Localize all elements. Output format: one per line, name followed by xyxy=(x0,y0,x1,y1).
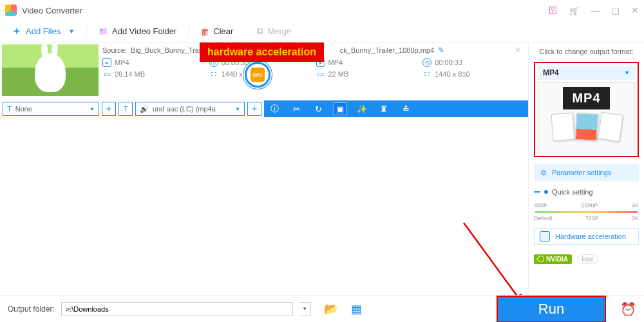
titlebar: Video Converter — ▢ ✕ xyxy=(0,0,644,21)
parameter-settings-label: Parameter settings xyxy=(552,169,611,176)
svg-line-0 xyxy=(464,223,525,295)
chevron-down-icon: ▼ xyxy=(90,106,95,112)
format-name: MP4 xyxy=(543,68,559,77)
effects-button[interactable]: ✨ xyxy=(355,102,368,115)
maximize-button[interactable]: ▢ xyxy=(611,5,620,15)
chip-icon xyxy=(540,231,550,242)
clear-button[interactable]: 🗑 Clear xyxy=(194,24,240,39)
out-resolution: 1440 x 810 xyxy=(435,70,469,78)
minimize-button[interactable]: — xyxy=(591,5,600,15)
in-size: 26.14 MB xyxy=(115,70,145,78)
resolution-icon xyxy=(422,70,431,79)
subtitle-value: None xyxy=(15,105,32,113)
output-format-box[interactable]: MP4 ▼ MP4 xyxy=(534,62,639,157)
add-subtitle-button[interactable]: ＋ xyxy=(102,102,116,116)
main-toolbar: ＋ Add Files ▼ Add Video Folder 🗑 Clear ⧉… xyxy=(0,21,644,43)
resolution-icon xyxy=(209,70,218,79)
clock-icon: ◷ xyxy=(422,58,431,67)
add-files-label: Add Files xyxy=(26,26,61,36)
source-label: Source: xyxy=(102,46,127,54)
clear-label: Clear xyxy=(213,26,233,36)
tick-label: 1080P xyxy=(581,202,598,209)
watermark-button[interactable]: ♜ xyxy=(377,102,390,115)
gpu-accel-toggle[interactable]: GPU xyxy=(245,62,270,88)
rotate-button[interactable]: ↻ xyxy=(312,102,325,115)
chevron-down-icon: ▼ xyxy=(624,70,630,76)
filesize-icon xyxy=(316,70,325,79)
tick-label: 4K xyxy=(632,202,639,209)
format-hint: Click to change output format: xyxy=(534,48,639,55)
tick-label: 2K xyxy=(632,215,639,222)
format-preview: MP4 xyxy=(538,82,635,153)
edit-filename-icon[interactable]: ✎ xyxy=(438,46,444,55)
trash-icon: 🗑 xyxy=(200,26,209,37)
out-size: 22 MB xyxy=(328,70,349,78)
close-button[interactable]: ✕ xyxy=(631,5,639,15)
in-format: MP4 xyxy=(115,59,129,66)
merge-icon: ⧉ xyxy=(257,26,263,37)
info-button[interactable]: ⓘ xyxy=(268,102,281,115)
app-logo-icon xyxy=(5,5,17,16)
open-folder-icon[interactable]: 📂 xyxy=(324,302,338,316)
gpu-chip-icon: GPU xyxy=(251,68,265,82)
run-button[interactable]: Run xyxy=(497,296,606,323)
snapshot-folder-icon[interactable]: ▦ xyxy=(351,302,362,316)
intel-badge: Intel xyxy=(577,254,598,264)
add-folder-label: Add Video Folder xyxy=(112,26,176,36)
schedule-icon[interactable]: ⏰ xyxy=(620,301,636,317)
add-files-button[interactable]: ＋ Add Files ▼ xyxy=(5,22,81,41)
merge-button[interactable]: ⧉ Merge xyxy=(251,23,298,39)
crop-button[interactable]: ▣ xyxy=(334,102,346,115)
out-duration: 00:00:33 xyxy=(435,59,462,66)
add-audio-button[interactable]: ＋ xyxy=(247,102,261,116)
format-select[interactable]: MP4 ▼ xyxy=(538,66,635,80)
adjust-button[interactable]: ≛ xyxy=(399,102,412,115)
format-icon: ▸ xyxy=(102,58,111,67)
output-folder-input[interactable] xyxy=(61,302,293,316)
hardware-acceleration-button[interactable]: Hardware acceleration xyxy=(534,228,639,245)
nvidia-badge: NVIDIA xyxy=(534,254,572,264)
text-icon: T xyxy=(7,105,12,113)
quality-slider[interactable]: 480P 1080P 4K Default 720P 2K xyxy=(534,202,639,222)
output-folder-label: Output folder: xyxy=(8,305,55,314)
chevron-down-icon[interactable]: ▼ xyxy=(68,28,75,35)
video-thumbnail[interactable] xyxy=(2,44,99,96)
vendor-row: NVIDIA Intel xyxy=(534,251,639,267)
license-key-icon[interactable] xyxy=(549,5,558,15)
quick-setting-label: Quick setting xyxy=(552,188,593,196)
quick-setting-header: Quick setting xyxy=(534,188,639,196)
chevron-down-icon: ▼ xyxy=(235,106,240,112)
footer: Output folder: ▼ 📂 ▦ Run ⏰ xyxy=(0,295,644,322)
output-folder-dropdown[interactable]: ▼ xyxy=(299,302,311,316)
sliders-icon xyxy=(540,169,547,177)
cart-icon[interactable] xyxy=(569,5,579,15)
tick-label: Default xyxy=(534,215,553,222)
annotation-callout: hardware acceleration xyxy=(200,43,324,62)
tick-label: 720P xyxy=(585,215,599,222)
merge-label: Merge xyxy=(267,26,291,36)
film-label: MP4 xyxy=(563,87,609,109)
speaker-icon: 🔊 xyxy=(140,105,149,113)
parameter-settings-button[interactable]: Parameter settings xyxy=(534,164,639,182)
trim-button[interactable]: ✂ xyxy=(290,102,303,115)
folder-plus-icon xyxy=(99,26,108,36)
source-filename-right: ck_Bunny_Trailer_1080p.mp4 xyxy=(340,46,434,54)
add-folder-button[interactable]: Add Video Folder xyxy=(92,24,183,39)
edit-action-bar: T None ▼ ＋ T 🔊 und aac (LC) (mp4a ▼ ＋ ⓘ xyxy=(0,100,528,117)
audio-track-value: und aac (LC) (mp4a xyxy=(153,105,216,113)
side-panel: Click to change output format: MP4 ▼ MP4… xyxy=(528,43,644,295)
tick-label: 480P xyxy=(534,202,547,209)
hw-accel-label: Hardware acceleration xyxy=(555,232,626,240)
file-row[interactable]: Source: Big_Buck_Bunny_Trailer_1 ck_Bunn… xyxy=(0,43,528,100)
audio-track-select[interactable]: 🔊 und aac (LC) (mp4a ▼ xyxy=(135,102,245,116)
remove-file-icon[interactable]: × xyxy=(511,45,524,55)
app-title: Video Converter xyxy=(22,6,82,15)
out-format: MP4 xyxy=(328,59,343,66)
plus-icon: ＋ xyxy=(12,24,22,38)
subtitle-settings-button[interactable]: T xyxy=(118,102,133,116)
subtitle-select[interactable]: T None ▼ xyxy=(3,102,99,116)
filesize-icon xyxy=(102,70,111,79)
